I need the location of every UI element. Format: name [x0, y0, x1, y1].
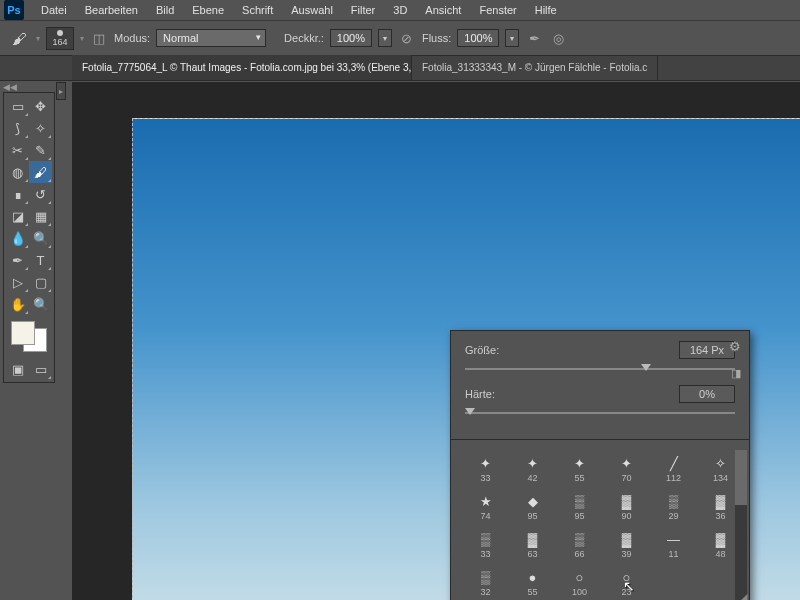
app-logo: Ps — [4, 0, 24, 20]
mode-label: Modus: — [114, 32, 150, 44]
hardness-slider[interactable] — [465, 407, 735, 419]
brush-preset-19[interactable]: ●55 — [510, 564, 555, 600]
brush-preset-18[interactable]: ▒32 — [463, 564, 508, 600]
expand-handle[interactable]: ◀◀ — [3, 82, 17, 92]
brush-preset-15[interactable]: ▓39 — [604, 526, 649, 562]
shape-tool[interactable]: ▢ — [29, 271, 52, 293]
resize-handle-icon[interactable]: ◢ — [739, 591, 747, 600]
brush-preset-14[interactable]: ▒66 — [557, 526, 602, 562]
brush-preset-16[interactable]: —11 — [651, 526, 696, 562]
brush-preset-13[interactable]: ▓63 — [510, 526, 555, 562]
brush-preset-4[interactable]: ╱112 — [651, 450, 696, 486]
quickmask-tool[interactable]: ▣ — [6, 358, 29, 380]
menu-ansicht[interactable]: Ansicht — [416, 1, 470, 19]
eraser-tool[interactable]: ◪ — [6, 205, 29, 227]
menu-auswahl[interactable]: Auswahl — [282, 1, 342, 19]
brush-preset-20[interactable]: ○100 — [557, 564, 602, 600]
size-label: Größe: — [465, 344, 679, 356]
type-tool[interactable]: T — [29, 249, 52, 271]
brush-preset-10[interactable]: ▒29 — [651, 488, 696, 524]
path-select-tool[interactable]: ▷ — [6, 271, 29, 293]
document-tab-bar: Fotolia_7775064_L © Thaut Images - Fotol… — [0, 56, 800, 81]
opacity-input[interactable]: 100% — [330, 29, 372, 47]
brush-preset-1[interactable]: ✦42 — [510, 450, 555, 486]
brush-size-preview[interactable]: 164 — [46, 27, 74, 50]
document-tab-1[interactable]: Fotolia_7775064_L © Thaut Images - Fotol… — [72, 55, 412, 80]
color-swatches[interactable] — [9, 319, 49, 354]
menu-datei[interactable]: Datei — [32, 1, 76, 19]
menu-ebene[interactable]: Ebene — [183, 1, 233, 19]
brush-preset-grid: ✦33✦42✦55✦70╱112✧134★74◆95▒95▓90▒29▓36▒3… — [451, 444, 749, 600]
pen-tool[interactable]: ✒ — [6, 249, 29, 271]
gear-icon[interactable]: ⚙ — [729, 339, 741, 354]
flow-input[interactable]: 100% — [457, 29, 499, 47]
screenmode-tool[interactable]: ▭ — [29, 358, 52, 380]
menu-filter[interactable]: Filter — [342, 1, 384, 19]
opacity-pressure-icon[interactable]: ⊘ — [398, 29, 416, 47]
menu-bild[interactable]: Bild — [147, 1, 183, 19]
brush-preset-9[interactable]: ▓90 — [604, 488, 649, 524]
crop-tool[interactable]: ✂ — [6, 139, 29, 161]
eyedropper-tool[interactable]: ✎ — [29, 139, 52, 161]
flow-dropdown-arrow[interactable]: ▾ — [505, 29, 519, 47]
options-bar: 🖌 ▾ 164 ▾ ◫ Modus: Normal Deckkr.: 100% … — [0, 20, 800, 56]
document-tab-2[interactable]: Fotolia_31333343_M - © Jürgen Fälchle - … — [412, 55, 658, 80]
brush-preset-2[interactable]: ✦55 — [557, 450, 602, 486]
size-input[interactable]: 164 Px — [679, 341, 735, 359]
zoom-tool[interactable]: 🔍 — [29, 293, 52, 315]
brush-tool-icon[interactable]: 🖌 — [8, 27, 30, 49]
marquee-tool[interactable]: ▭ — [6, 95, 29, 117]
menubar: Ps Datei Bearbeiten Bild Ebene Schrift A… — [0, 0, 800, 20]
blur-tool[interactable]: 💧 — [6, 227, 29, 249]
scrollbar-thumb[interactable] — [735, 450, 747, 505]
document-tab-1-title: Fotolia_7775064_L © Thaut Images - Fotol… — [82, 62, 412, 73]
hardness-input[interactable]: 0% — [679, 385, 735, 403]
history-brush-tool[interactable]: ↺ — [29, 183, 52, 205]
size-pressure-icon[interactable]: ◎ — [549, 29, 567, 47]
flow-label: Fluss: — [422, 32, 451, 44]
toolbox: ▭✥ ⟆✧ ✂✎ ◍🖌 ∎↺ ◪▦ 💧🔍 ✒T ▷▢ ✋🔍 ▣▭ — [3, 92, 55, 383]
cursor-icon: ↖ — [623, 578, 635, 594]
menu-schrift[interactable]: Schrift — [233, 1, 282, 19]
blend-mode-dropdown[interactable]: Normal — [156, 29, 266, 47]
brush-tool[interactable]: 🖌 — [29, 161, 52, 183]
menu-3d[interactable]: 3D — [384, 1, 416, 19]
opacity-label: Deckkr.: — [284, 32, 324, 44]
heal-tool[interactable]: ◍ — [6, 161, 29, 183]
stamp-tool[interactable]: ∎ — [6, 183, 29, 205]
brush-preset-7[interactable]: ◆95 — [510, 488, 555, 524]
menu-hilfe[interactable]: Hilfe — [526, 1, 566, 19]
brush-preset-6[interactable]: ★74 — [463, 488, 508, 524]
menu-bearbeiten[interactable]: Bearbeiten — [76, 1, 147, 19]
brush-preset-0[interactable]: ✦33 — [463, 450, 508, 486]
move-tool[interactable]: ✥ — [29, 95, 52, 117]
wand-tool[interactable]: ✧ — [29, 117, 52, 139]
hardness-label: Härte: — [465, 388, 679, 400]
brush-preset-8[interactable]: ▒95 — [557, 488, 602, 524]
brush-preset-12[interactable]: ▒33 — [463, 526, 508, 562]
airbrush-icon[interactable]: ✒ — [525, 29, 543, 47]
dodge-tool[interactable]: 🔍 — [29, 227, 52, 249]
menu-fenster[interactable]: Fenster — [470, 1, 525, 19]
hand-tool[interactable]: ✋ — [6, 293, 29, 315]
brush-preset-3[interactable]: ✦70 — [604, 450, 649, 486]
lasso-tool[interactable]: ⟆ — [6, 117, 29, 139]
foreground-swatch[interactable] — [11, 321, 35, 345]
brush-panel-toggle-icon[interactable]: ◫ — [90, 29, 108, 47]
brush-preset-panel: ⚙ ◨ Größe:164 Px Härte:0% ✦33✦42✦55✦70╱1… — [450, 330, 750, 600]
tab-handle[interactable]: ▸ — [56, 82, 66, 100]
brush-size-number: 164 — [52, 37, 67, 47]
size-slider[interactable] — [465, 363, 735, 375]
opacity-dropdown-arrow[interactable]: ▾ — [378, 29, 392, 47]
gradient-tool[interactable]: ▦ — [29, 205, 52, 227]
document-tab-2-title: Fotolia_31333343_M - © Jürgen Fälchle - … — [422, 62, 647, 73]
